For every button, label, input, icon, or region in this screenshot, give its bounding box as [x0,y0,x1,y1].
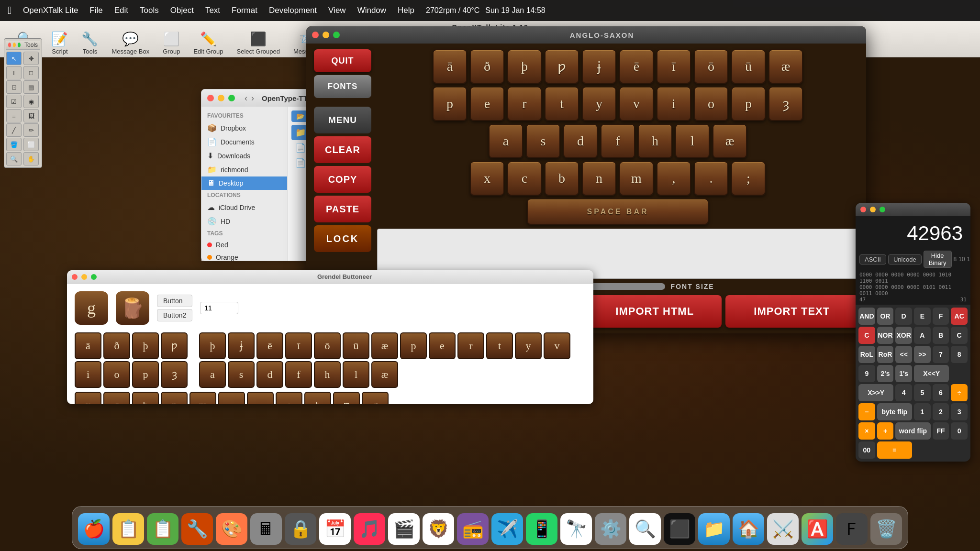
fb-icloud[interactable]: ☁ iCloud Drive [201,200,287,214]
menu-object[interactable]: Object [170,6,194,15]
gw-key-o[interactable]: o [103,361,130,388]
key-yogh[interactable]: ɉ [582,49,616,84]
key-a-macron[interactable]: ā [433,49,467,84]
key-period[interactable]: . [694,161,728,196]
dock-openxtalk[interactable]: 🔧 [181,513,213,545]
tool-hand[interactable]: ✋ [23,152,39,165]
gw-key-x[interactable]: x [75,392,101,404]
tool-button[interactable]: ⊡ [6,80,22,94]
key-x[interactable]: x [470,161,504,196]
gw-input[interactable] [200,302,238,314]
kw-maximize[interactable] [333,32,340,38]
gw-key-eth[interactable]: ð [103,332,130,359]
menu-format[interactable]: Format [232,6,257,15]
calc-shr[interactable]: >> [914,346,931,363]
calc-b[interactable]: B [933,327,949,344]
gw-key-ae[interactable]: æ [371,332,398,359]
fb-tag-orange[interactable]: Orange [201,251,287,261]
fb-dropbox[interactable]: 📦 Dropbox [201,121,287,135]
dock-finder2[interactable]: 📁 [698,513,730,545]
calc-xshl[interactable]: X<<Y [914,365,949,382]
tools-dot-red[interactable] [8,43,11,47]
key-y[interactable]: y [582,87,616,121]
dock-app-store[interactable]: 🅰️ [802,513,833,545]
fb-richmond[interactable]: 📁 richmond [201,163,287,176]
dock-artboard[interactable]: 🎨 [216,513,247,545]
calc-close[interactable] [860,207,866,212]
gw-key-y[interactable]: y [515,332,542,359]
tool-checkbox[interactable]: ☑ [6,95,22,108]
dock-calendar[interactable]: 📅 [319,513,351,545]
fb-close[interactable] [207,95,214,101]
key-m[interactable]: m [619,161,654,196]
calc-bit-16[interactable]: 16 [967,256,970,263]
fonts-button[interactable]: FONTS [314,75,371,98]
tool-line[interactable]: ╱ [6,123,22,137]
gw-key-d[interactable]: d [256,361,283,388]
gw-key-o-macron[interactable]: ō [314,332,341,359]
calc-add[interactable]: + [877,422,894,440]
gw-close[interactable] [72,274,78,280]
gw-key-t[interactable]: t [486,332,513,359]
gw-key-thorn[interactable]: þ [132,332,159,359]
tools-dot-yellow[interactable] [13,43,16,47]
key-ae2[interactable]: æ [713,124,747,158]
calc-xshr[interactable]: X>>Y [858,384,893,401]
dock-calculator[interactable]: 🖩 [250,513,282,545]
key-a[interactable]: a [489,124,523,158]
calc-2[interactable]: 2 [933,403,949,420]
dock-vlc[interactable]: 🎬 [388,513,420,545]
paste-button[interactable]: PASTE [314,196,371,222]
key-u-macron[interactable]: ū [731,49,766,84]
fb-maximize[interactable] [228,95,235,101]
key-o-macron[interactable]: ō [694,49,728,84]
fb-documents[interactable]: 📄 Documents [201,135,287,149]
calc-mode-ascii[interactable]: ASCII [859,254,886,264]
calc-bit-10[interactable]: 10 [958,256,965,263]
calc-and[interactable]: AND [858,308,875,325]
dock-magnify[interactable]: 🔍 [629,513,661,545]
key-wynn[interactable]: ƿ [545,49,579,84]
kw-minimize[interactable] [323,32,329,38]
calc-c2[interactable]: C [951,327,968,344]
calc-eq[interactable]: = [877,441,912,459]
tool-radio[interactable]: ◉ [23,95,39,108]
calc-maximize[interactable] [880,207,885,212]
tool-zoom[interactable]: 🔍 [6,152,22,165]
calc-e[interactable]: E [914,308,931,325]
tool-scrollbar[interactable]: ≡ [6,109,22,122]
dock-music[interactable]: 🎵 [354,513,385,545]
fb-back[interactable]: ‹ [245,93,247,103]
dock-brave[interactable]: 🦁 [423,513,454,545]
key-l[interactable]: l [675,124,710,158]
menu-view[interactable]: View [328,6,346,15]
gw-key-e-macron[interactable]: ē [256,332,283,359]
gw-key-a-macron[interactable]: ā [75,332,101,359]
menu-development[interactable]: Development [269,6,317,15]
calc-or[interactable]: OR [877,308,894,325]
tools-dot-green[interactable] [18,43,21,47]
menu-help[interactable]: Help [398,6,414,15]
key-p2[interactable]: p [731,87,766,121]
key-b[interactable]: b [545,161,579,196]
gw-key-thorn3[interactable]: þ [304,392,331,404]
dock-font-tools[interactable]: ⚔️ [767,513,799,545]
gw-key-e[interactable]: e [429,332,456,359]
import-text-button[interactable]: IMPORT TEXT [725,295,859,328]
calc-1s[interactable]: 1's [895,365,912,382]
gw-key-v[interactable]: v [544,332,570,359]
gw-key-c[interactable]: c [103,392,130,404]
gw-key-f[interactable]: f [285,361,312,388]
menu-file[interactable]: File [89,6,102,15]
gw-button2[interactable]: Button2 [157,309,192,321]
calc-byteflip[interactable]: byte flip [877,403,912,420]
lock-button[interactable]: LOCK [314,225,371,252]
calc-3[interactable]: 3 [951,403,968,420]
calc-rol[interactable]: RoL [858,346,875,363]
tool-eraser[interactable]: ⬜ [23,138,39,151]
gw-key-thorn2[interactable]: þ [199,332,226,359]
menu-text[interactable]: Text [205,6,220,15]
calc-2s[interactable]: 2's [877,365,894,382]
fb-hd[interactable]: 💿 HD [201,214,287,228]
gw-button1[interactable]: Button [157,295,192,307]
